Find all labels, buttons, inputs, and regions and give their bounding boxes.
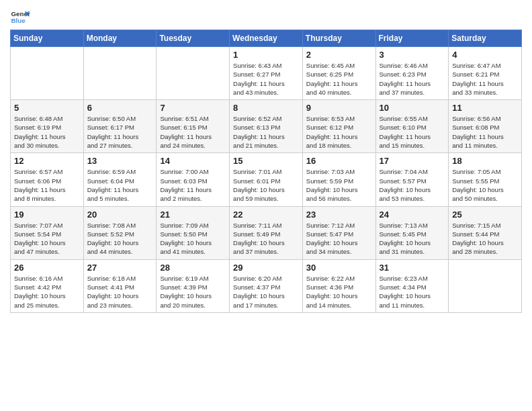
day-info: Sunrise: 7:03 AM Sunset: 5:59 PM Dayligh… (306, 167, 372, 203)
day-info: Sunrise: 7:05 AM Sunset: 5:55 PM Dayligh… (452, 167, 518, 203)
calendar-cell: 22Sunrise: 7:11 AM Sunset: 5:49 PM Dayli… (230, 206, 303, 259)
day-number: 31 (380, 263, 445, 273)
day-info: Sunrise: 6:43 AM Sunset: 6:27 PM Dayligh… (233, 61, 299, 97)
weekday-header-wednesday: Wednesday (230, 30, 303, 47)
day-info: Sunrise: 6:46 AM Sunset: 6:23 PM Dayligh… (380, 61, 445, 97)
calendar-cell: 15Sunrise: 7:01 AM Sunset: 6:01 PM Dayli… (230, 153, 303, 206)
calendar-cell: 14Sunrise: 7:00 AM Sunset: 6:03 PM Dayli… (157, 153, 230, 206)
day-number: 26 (14, 263, 80, 273)
day-info: Sunrise: 7:01 AM Sunset: 6:01 PM Dayligh… (233, 167, 299, 203)
day-info: Sunrise: 6:48 AM Sunset: 6:19 PM Dayligh… (14, 114, 80, 150)
calendar-cell (11, 47, 84, 100)
day-info: Sunrise: 6:20 AM Sunset: 4:37 PM Dayligh… (233, 274, 299, 310)
day-number: 18 (452, 156, 518, 166)
weekday-header-sunday: Sunday (11, 30, 84, 47)
svg-text:Blue: Blue (11, 17, 26, 24)
day-info: Sunrise: 7:07 AM Sunset: 5:54 PM Dayligh… (14, 221, 80, 257)
day-number: 7 (160, 103, 226, 113)
calendar-cell (449, 259, 522, 312)
day-info: Sunrise: 6:57 AM Sunset: 6:06 PM Dayligh… (14, 167, 80, 203)
calendar-cell: 26Sunrise: 6:16 AM Sunset: 4:42 PM Dayli… (11, 259, 84, 312)
day-info: Sunrise: 6:56 AM Sunset: 6:08 PM Dayligh… (452, 114, 518, 150)
weekday-header-tuesday: Tuesday (157, 30, 230, 47)
calendar-cell: 16Sunrise: 7:03 AM Sunset: 5:59 PM Dayli… (302, 153, 375, 206)
calendar-cell: 7Sunrise: 6:51 AM Sunset: 6:15 PM Daylig… (157, 100, 230, 153)
weekday-header-thursday: Thursday (302, 30, 375, 47)
calendar-cell: 5Sunrise: 6:48 AM Sunset: 6:19 PM Daylig… (11, 100, 84, 153)
day-info: Sunrise: 6:50 AM Sunset: 6:17 PM Dayligh… (87, 114, 153, 150)
calendar-cell: 2Sunrise: 6:45 AM Sunset: 6:25 PM Daylig… (302, 47, 375, 100)
calendar-cell: 10Sunrise: 6:55 AM Sunset: 6:10 PM Dayli… (375, 100, 449, 153)
calendar-cell: 30Sunrise: 6:22 AM Sunset: 4:36 PM Dayli… (302, 259, 375, 312)
calendar-cell: 17Sunrise: 7:04 AM Sunset: 5:57 PM Dayli… (375, 153, 449, 206)
calendar-cell: 6Sunrise: 6:50 AM Sunset: 6:17 PM Daylig… (83, 100, 157, 153)
calendar-cell: 29Sunrise: 6:20 AM Sunset: 4:37 PM Dayli… (230, 259, 303, 312)
day-info: Sunrise: 7:08 AM Sunset: 5:52 PM Dayligh… (87, 221, 153, 257)
day-info: Sunrise: 6:51 AM Sunset: 6:15 PM Dayligh… (160, 114, 226, 150)
week-row-4: 19Sunrise: 7:07 AM Sunset: 5:54 PM Dayli… (11, 206, 522, 259)
day-info: Sunrise: 6:18 AM Sunset: 4:41 PM Dayligh… (87, 274, 153, 310)
day-info: Sunrise: 6:52 AM Sunset: 6:13 PM Dayligh… (233, 114, 299, 150)
day-info: Sunrise: 6:16 AM Sunset: 4:42 PM Dayligh… (14, 274, 80, 310)
day-number: 23 (306, 210, 372, 220)
day-info: Sunrise: 7:15 AM Sunset: 5:44 PM Dayligh… (452, 221, 518, 257)
day-number: 17 (380, 156, 445, 166)
day-info: Sunrise: 6:45 AM Sunset: 6:25 PM Dayligh… (306, 61, 372, 97)
day-number: 14 (160, 156, 226, 166)
day-number: 20 (87, 210, 153, 220)
calendar-cell: 18Sunrise: 7:05 AM Sunset: 5:55 PM Dayli… (449, 153, 522, 206)
day-number: 30 (306, 263, 372, 273)
day-number: 5 (14, 103, 80, 113)
day-number: 15 (233, 156, 299, 166)
day-number: 28 (160, 263, 226, 273)
calendar-cell: 23Sunrise: 7:12 AM Sunset: 5:47 PM Dayli… (302, 206, 375, 259)
day-number: 9 (306, 103, 372, 113)
day-info: Sunrise: 7:11 AM Sunset: 5:49 PM Dayligh… (233, 221, 299, 257)
calendar-cell: 19Sunrise: 7:07 AM Sunset: 5:54 PM Dayli… (11, 206, 84, 259)
weekday-header-monday: Monday (83, 30, 157, 47)
day-info: Sunrise: 7:00 AM Sunset: 6:03 PM Dayligh… (160, 167, 226, 203)
calendar-cell: 8Sunrise: 6:52 AM Sunset: 6:13 PM Daylig… (230, 100, 303, 153)
day-info: Sunrise: 6:19 AM Sunset: 4:39 PM Dayligh… (160, 274, 226, 310)
day-info: Sunrise: 6:22 AM Sunset: 4:36 PM Dayligh… (306, 274, 372, 310)
calendar-cell: 28Sunrise: 6:19 AM Sunset: 4:39 PM Dayli… (157, 259, 230, 312)
day-info: Sunrise: 7:12 AM Sunset: 5:47 PM Dayligh… (306, 221, 372, 257)
day-info: Sunrise: 6:53 AM Sunset: 6:12 PM Dayligh… (306, 114, 372, 150)
weekday-header-friday: Friday (375, 30, 449, 47)
day-info: Sunrise: 6:59 AM Sunset: 6:04 PM Dayligh… (87, 167, 153, 203)
calendar-cell: 3Sunrise: 6:46 AM Sunset: 6:23 PM Daylig… (375, 47, 449, 100)
day-number: 27 (87, 263, 153, 273)
calendar-cell: 4Sunrise: 6:47 AM Sunset: 6:21 PM Daylig… (449, 47, 522, 100)
page-header: General Blue (10, 7, 522, 27)
day-number: 25 (452, 210, 518, 220)
day-info: Sunrise: 6:47 AM Sunset: 6:21 PM Dayligh… (452, 61, 518, 97)
logo-icon: General Blue (10, 7, 30, 27)
day-number: 22 (233, 210, 299, 220)
day-number: 13 (87, 156, 153, 166)
weekday-header-saturday: Saturday (449, 30, 522, 47)
weekday-header-row: SundayMondayTuesdayWednesdayThursdayFrid… (11, 30, 522, 47)
day-number: 3 (380, 50, 445, 60)
day-info: Sunrise: 6:23 AM Sunset: 4:34 PM Dayligh… (380, 274, 445, 310)
day-number: 8 (233, 103, 299, 113)
day-number: 16 (306, 156, 372, 166)
day-info: Sunrise: 7:04 AM Sunset: 5:57 PM Dayligh… (380, 167, 445, 203)
day-info: Sunrise: 6:55 AM Sunset: 6:10 PM Dayligh… (380, 114, 445, 150)
day-info: Sunrise: 7:09 AM Sunset: 5:50 PM Dayligh… (160, 221, 226, 257)
week-row-1: 1Sunrise: 6:43 AM Sunset: 6:27 PM Daylig… (11, 47, 522, 100)
calendar-cell (83, 47, 157, 100)
week-row-2: 5Sunrise: 6:48 AM Sunset: 6:19 PM Daylig… (11, 100, 522, 153)
calendar-table: SundayMondayTuesdayWednesdayThursdayFrid… (10, 30, 522, 313)
calendar-cell: 20Sunrise: 7:08 AM Sunset: 5:52 PM Dayli… (83, 206, 157, 259)
calendar-cell: 13Sunrise: 6:59 AM Sunset: 6:04 PM Dayli… (83, 153, 157, 206)
calendar-cell: 24Sunrise: 7:13 AM Sunset: 5:45 PM Dayli… (375, 206, 449, 259)
calendar-cell: 12Sunrise: 6:57 AM Sunset: 6:06 PM Dayli… (11, 153, 84, 206)
day-number: 1 (233, 50, 299, 60)
calendar-cell: 11Sunrise: 6:56 AM Sunset: 6:08 PM Dayli… (449, 100, 522, 153)
calendar-cell: 21Sunrise: 7:09 AM Sunset: 5:50 PM Dayli… (157, 206, 230, 259)
calendar-cell: 31Sunrise: 6:23 AM Sunset: 4:34 PM Dayli… (375, 259, 449, 312)
day-number: 24 (380, 210, 445, 220)
day-number: 12 (14, 156, 80, 166)
week-row-3: 12Sunrise: 6:57 AM Sunset: 6:06 PM Dayli… (11, 153, 522, 206)
day-number: 29 (233, 263, 299, 273)
